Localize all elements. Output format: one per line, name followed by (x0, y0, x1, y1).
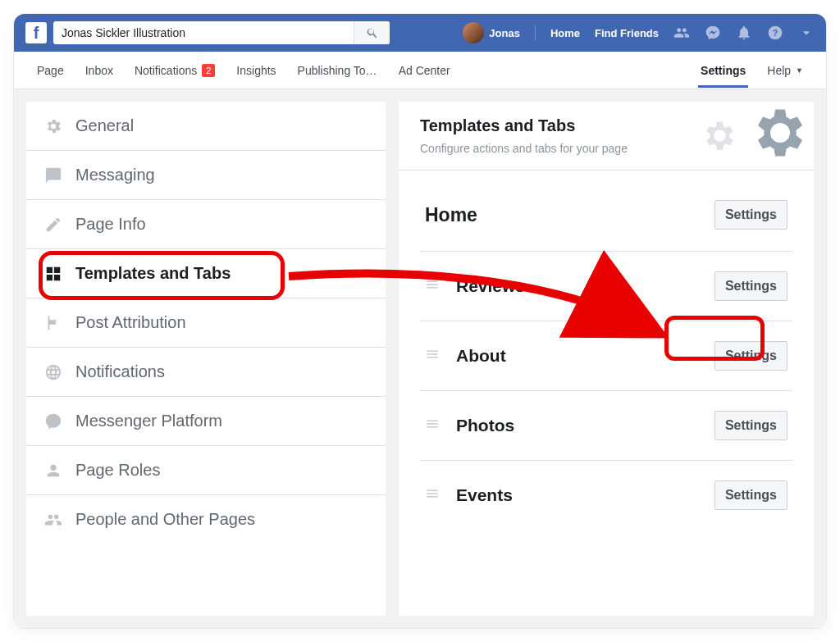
user-profile-link[interactable]: Jonas (463, 22, 520, 43)
tab-row-about: About Settings (420, 321, 792, 391)
sidebar-item-notifications[interactable]: Notifications (26, 348, 386, 397)
notifications-icon[interactable] (736, 25, 752, 41)
tab-settings-button[interactable]: Settings (714, 411, 788, 440)
page-admin-nav: Page Inbox Notifications 2 Insights Publ… (14, 52, 826, 89)
friend-requests-icon[interactable] (673, 25, 690, 41)
sidebar-item-label: People and Other Pages (75, 510, 255, 529)
sidebar-item-label: Templates and Tabs (75, 264, 231, 283)
sidebar-item-page-info[interactable]: Page Info (26, 200, 386, 249)
tab-insights[interactable]: Insights (236, 64, 276, 77)
search-input[interactable] (53, 26, 354, 39)
tab-name: Reviews (456, 276, 698, 296)
settings-sidebar: General Messaging Page Info Templates an… (25, 101, 386, 617)
content: General Messaging Page Info Templates an… (14, 89, 826, 628)
tabs-list: Home Settings Reviews Settings About Set… (399, 171, 814, 538)
tab-inbox[interactable]: Inbox (85, 64, 113, 77)
topbar-links: Jonas Home Find Friends ? (463, 22, 815, 43)
search-box (53, 21, 390, 44)
sidebar-item-messaging[interactable]: Messaging (26, 151, 386, 200)
tab-ad-center[interactable]: Ad Center (399, 64, 450, 77)
tab-row-reviews: Reviews Settings (420, 252, 792, 321)
sidebar-item-label: General (75, 116, 134, 135)
tab-name: About (456, 346, 698, 366)
sidebar-item-label: Messenger Platform (75, 412, 222, 430)
sidebar-item-label: Page Info (75, 215, 146, 234)
drag-handle-icon[interactable] (425, 417, 440, 435)
sidebar-item-general[interactable]: General (26, 102, 386, 151)
tab-page[interactable]: Page (37, 64, 64, 77)
messenger-icon (44, 412, 62, 430)
svg-text:?: ? (773, 28, 778, 38)
tab-settings-button[interactable]: Settings (714, 480, 788, 510)
tab-publishing-tools[interactable]: Publishing To… (298, 64, 377, 77)
tab-row-home: Home Settings (420, 179, 792, 252)
sidebar-item-label: Page Roles (75, 461, 160, 480)
sidebar-item-people-other-pages[interactable]: People and Other Pages (26, 495, 386, 544)
user-name: Jonas (489, 27, 520, 39)
tab-row-photos: Photos Settings (420, 391, 792, 461)
tab-settings-button[interactable]: Settings (714, 200, 788, 230)
help-icon[interactable]: ? (767, 25, 783, 41)
tab-row-events: Events Settings (420, 461, 792, 530)
gear-icon (44, 117, 62, 135)
sidebar-item-page-roles[interactable]: Page Roles (26, 446, 386, 495)
pencil-icon (44, 216, 62, 234)
app-shell: f Jonas Home Find Friends (13, 13, 827, 629)
people-icon (44, 511, 62, 529)
search-icon (366, 26, 379, 39)
facebook-logo-icon[interactable]: f (25, 22, 47, 43)
tab-settings-button[interactable]: Settings (714, 271, 788, 301)
sidebar-item-messenger-platform[interactable]: Messenger Platform (26, 397, 386, 446)
grid-icon (44, 265, 62, 283)
tab-name: Home (425, 204, 714, 226)
tab-notifications[interactable]: Notifications 2 (135, 64, 215, 77)
tab-name: Events (456, 485, 698, 505)
notifications-badge: 2 (202, 64, 215, 77)
drag-handle-icon[interactable] (425, 347, 440, 365)
chat-icon (44, 166, 62, 184)
nav-find-friends[interactable]: Find Friends (595, 27, 659, 39)
globe-icon (44, 363, 62, 381)
sidebar-item-templates-tabs[interactable]: Templates and Tabs (26, 249, 386, 298)
divider (535, 25, 536, 41)
sidebar-item-post-attribution[interactable]: Post Attribution (26, 298, 386, 348)
person-icon (44, 462, 62, 480)
drag-handle-icon[interactable] (425, 486, 440, 504)
avatar (463, 22, 484, 43)
flag-icon (44, 314, 62, 332)
tab-name: Photos (456, 416, 698, 435)
tab-settings-button[interactable]: Settings (714, 341, 788, 371)
messenger-icon[interactable] (705, 25, 721, 41)
drag-handle-icon[interactable] (425, 277, 440, 295)
sidebar-item-label: Notifications (75, 362, 165, 381)
settings-panel: Templates and Tabs Configure actions and… (398, 101, 815, 617)
gears-illustration-icon (676, 102, 814, 171)
tab-settings[interactable]: Settings (701, 64, 746, 77)
tab-help[interactable]: Help ▼ (767, 64, 803, 77)
dropdown-caret-icon[interactable] (798, 25, 815, 41)
sidebar-item-label: Post Attribution (75, 313, 186, 332)
sidebar-item-label: Messaging (75, 166, 155, 184)
panel-header: Templates and Tabs Configure actions and… (399, 102, 814, 171)
search-button[interactable] (354, 21, 390, 44)
nav-home[interactable]: Home (550, 27, 580, 39)
topbar: f Jonas Home Find Friends (14, 14, 826, 52)
